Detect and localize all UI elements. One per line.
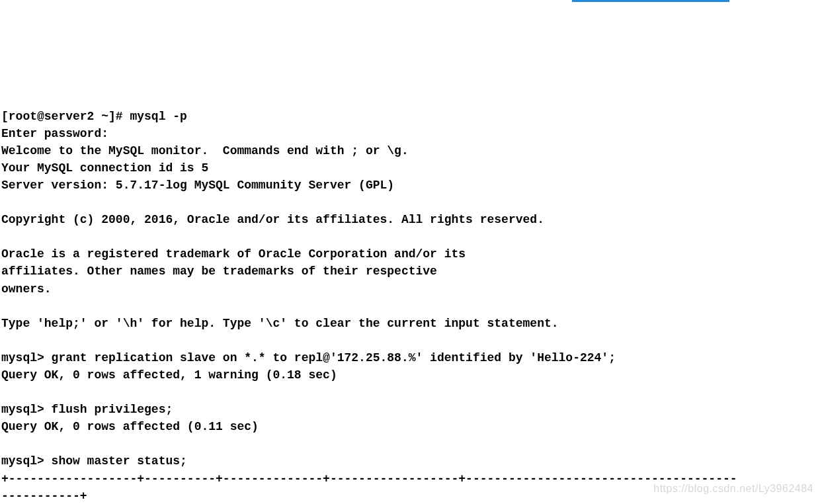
mysql-command-grant: mysql> grant replication slave on *.* to… — [1, 351, 616, 364]
mysql-result-flush: Query OK, 0 rows affected (0.11 sec) — [1, 420, 259, 433]
password-prompt: Enter password: — [1, 127, 108, 140]
mysql-command-flush: mysql> flush privileges; — [1, 403, 173, 416]
trademark-line-1: Oracle is a registered trademark of Orac… — [1, 247, 466, 261]
help-line: Type 'help;' or '\h' for help. Type '\c'… — [1, 317, 559, 330]
welcome-line-1: Welcome to the MySQL monitor. Commands e… — [1, 144, 409, 157]
copyright-line: Copyright (c) 2000, 2016, Oracle and/or … — [1, 213, 544, 226]
top-accent-bar — [572, 0, 729, 2]
terminal-output[interactable]: [root@server2 ~]# mysql -p Enter passwor… — [0, 104, 820, 504]
table-border-top-1: +------------------+----------+---------… — [1, 472, 737, 485]
mysql-command-show-master: mysql> show master status; — [1, 454, 187, 468]
shell-prompt-line: [root@server2 ~]# mysql -p — [1, 110, 187, 123]
watermark-text: https://blog.csdn.net/Ly3962484 — [653, 481, 813, 496]
mysql-result-grant: Query OK, 0 rows affected, 1 warning (0.… — [1, 368, 337, 382]
table-border-top-2: -----------+ — [1, 489, 87, 503]
welcome-line-2: Your MySQL connection id is 5 — [1, 161, 208, 175]
trademark-line-2: affiliates. Other names may be trademark… — [1, 265, 437, 278]
welcome-line-3: Server version: 5.7.17-log MySQL Communi… — [1, 179, 394, 192]
trademark-line-3: owners. — [1, 282, 52, 296]
